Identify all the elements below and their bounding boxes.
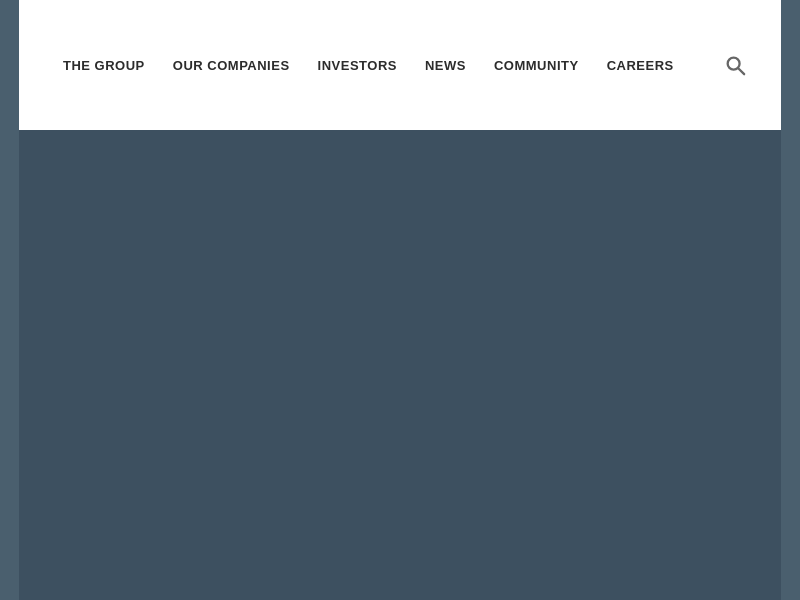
nav-item-investors[interactable]: INVESTORS <box>304 56 411 74</box>
search-button[interactable] <box>719 49 751 81</box>
nav-item-community[interactable]: COMMUNITY <box>480 56 593 74</box>
nav-link-our-companies[interactable]: OUR COMPANIES <box>173 58 290 73</box>
nav-item-our-companies[interactable]: OUR COMPANIES <box>159 56 304 74</box>
main-content-area <box>19 130 781 600</box>
search-icon <box>724 54 746 76</box>
outer-background: THE GROUP OUR COMPANIES INVESTORS NEWS C… <box>0 0 800 600</box>
nav-link-community[interactable]: COMMUNITY <box>494 58 579 73</box>
nav-link-the-group[interactable]: THE GROUP <box>63 58 145 73</box>
nav-link-investors[interactable]: INVESTORS <box>318 58 397 73</box>
nav-links-list: THE GROUP OUR COMPANIES INVESTORS NEWS C… <box>49 56 688 74</box>
svg-line-1 <box>738 68 744 74</box>
navigation-bar: THE GROUP OUR COMPANIES INVESTORS NEWS C… <box>19 0 781 130</box>
nav-link-careers[interactable]: CAREERS <box>607 58 674 73</box>
nav-link-news[interactable]: NEWS <box>425 58 466 73</box>
nav-item-careers[interactable]: CAREERS <box>593 56 688 74</box>
nav-item-the-group[interactable]: THE GROUP <box>49 56 159 74</box>
nav-item-news[interactable]: NEWS <box>411 56 480 74</box>
page-wrapper: THE GROUP OUR COMPANIES INVESTORS NEWS C… <box>19 0 781 600</box>
